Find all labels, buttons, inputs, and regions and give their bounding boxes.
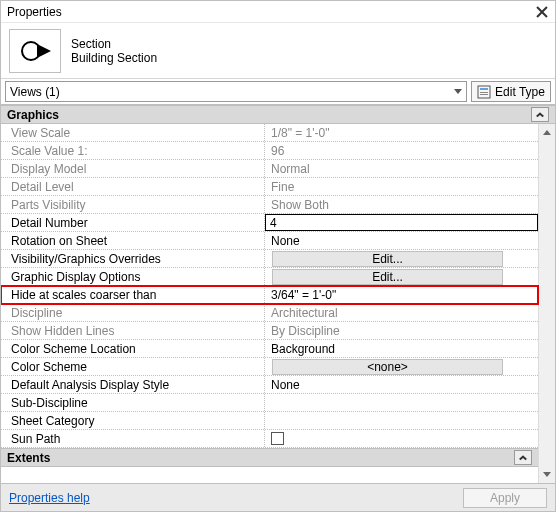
section-header-label-extents: Extents [7,451,514,465]
value-discipline: Architectural [271,306,338,320]
row-show-hidden: Show Hidden Lines By Discipline [1,322,538,340]
value-view-scale: 1/8" = 1'-0" [271,126,330,140]
vg-overrides-edit-button[interactable]: Edit... [272,251,503,267]
value-cs-location: Background [271,342,335,356]
label-sub-discipline: Sub-Discipline [11,396,88,410]
row-sun-path[interactable]: Sun Path [1,430,538,448]
label-rotation: Rotation on Sheet [11,234,107,248]
value-parts-visibility: Show Both [271,198,329,212]
row-hide-coarser[interactable]: Hide at scales coarser than 3/64" = 1'-0… [1,286,538,304]
triangle-up-icon [543,130,551,135]
grid-inner: View Scale 1/8" = 1'-0" Scale Value 1: 9… [1,124,538,483]
label-analysis-style: Default Analysis Display Style [11,378,169,392]
value-hide-coarser: 3/64" = 1'-0" [271,288,336,302]
titlebar: Properties [1,1,555,23]
section-header-graphics: Graphics [1,105,555,124]
row-scale-value: Scale Value 1: 96 [1,142,538,160]
vertical-scrollbar[interactable] [538,124,555,483]
row-detail-number: Detail Number [1,214,538,232]
label-view-scale: View Scale [11,126,70,140]
svg-rect-5 [480,94,488,95]
window-title: Properties [7,5,535,19]
label-sun-path: Sun Path [11,432,60,446]
detail-number-input[interactable] [265,214,538,231]
label-gdo: Graphic Display Options [11,270,140,284]
close-icon[interactable] [535,5,549,19]
footer: Properties help Apply [1,483,555,511]
label-hide-coarser: Hide at scales coarser than [11,288,156,302]
chevron-up-icon [519,455,527,460]
row-detail-level: Detail Level Fine [1,178,538,196]
label-scale-value: Scale Value 1: [11,144,88,158]
value-detail-level: Fine [271,180,294,194]
edit-type-label: Edit Type [495,85,545,99]
scroll-track[interactable] [539,141,555,466]
edit-type-icon [477,85,491,99]
type-selector[interactable]: Section Building Section [1,23,555,79]
row-analysis-style[interactable]: Default Analysis Display Style None [1,376,538,394]
section-header-label: Graphics [7,108,531,122]
type-labels: Section Building Section [71,37,157,65]
row-discipline: Discipline Architectural [1,304,538,322]
value-analysis-style: None [271,378,300,392]
scroll-down-button[interactable] [539,466,555,483]
label-parts-visibility: Parts Visibility [11,198,85,212]
section-header-extents: Extents [1,448,538,467]
properties-panel: Properties Section Building Section View… [0,0,556,512]
collapse-graphics-button[interactable] [531,107,549,122]
label-sheet-category: Sheet Category [11,414,94,428]
value-scale-value: 96 [271,144,284,158]
chevron-down-icon [454,89,462,94]
row-sub-discipline[interactable]: Sub-Discipline [1,394,538,412]
views-dropdown[interactable]: Views (1) [5,81,467,102]
chevron-up-icon [536,112,544,117]
row-view-scale: View Scale 1/8" = 1'-0" [1,124,538,142]
family-name: Section [71,37,157,51]
label-discipline: Discipline [11,306,62,320]
label-cs-location: Color Scheme Location [11,342,136,356]
row-color-scheme: Color Scheme <none> [1,358,538,376]
row-display-model: Display Model Normal [1,160,538,178]
label-vg-overrides: Visibility/Graphics Overrides [11,252,161,266]
collapse-extents-button[interactable] [514,450,532,465]
properties-help-link[interactable]: Properties help [9,491,90,505]
row-rotation[interactable]: Rotation on Sheet None [1,232,538,250]
row-gdo: Graphic Display Options Edit... [1,268,538,286]
row-parts-visibility: Parts Visibility Show Both [1,196,538,214]
views-dropdown-label: Views (1) [10,85,60,99]
label-detail-level: Detail Level [11,180,74,194]
label-color-scheme: Color Scheme [11,360,87,374]
label-detail-number: Detail Number [11,216,88,230]
section-thumbnail-icon [9,29,61,73]
sun-path-checkbox[interactable] [271,432,284,445]
svg-rect-3 [480,88,488,90]
value-rotation: None [271,234,300,248]
gdo-edit-button[interactable]: Edit... [272,269,503,285]
label-display-model: Display Model [11,162,86,176]
svg-rect-4 [480,92,488,93]
row-cs-location[interactable]: Color Scheme Location Background [1,340,538,358]
label-show-hidden: Show Hidden Lines [11,324,114,338]
row-sheet-category[interactable]: Sheet Category [1,412,538,430]
color-scheme-button[interactable]: <none> [272,359,503,375]
edit-type-button[interactable]: Edit Type [471,81,551,102]
row-vg-overrides: Visibility/Graphics Overrides Edit... [1,250,538,268]
value-show-hidden: By Discipline [271,324,340,338]
svg-marker-1 [37,44,51,58]
value-display-model: Normal [271,162,310,176]
type-name: Building Section [71,51,157,65]
property-grid: View Scale 1/8" = 1'-0" Scale Value 1: 9… [1,124,555,483]
triangle-down-icon [543,472,551,477]
scroll-up-button[interactable] [539,124,555,141]
views-row: Views (1) Edit Type [1,79,555,105]
apply-button: Apply [463,488,547,508]
